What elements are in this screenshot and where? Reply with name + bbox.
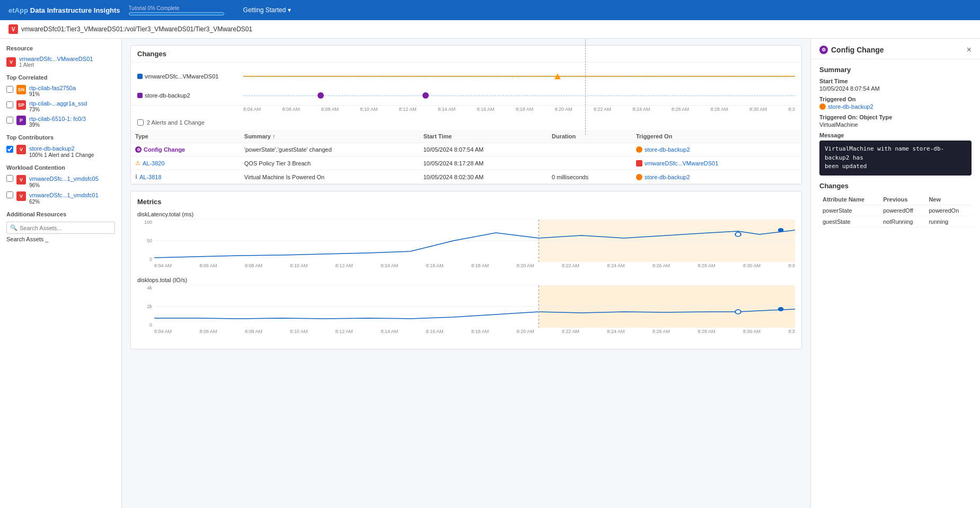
tl-time-7: 8:16 AM (477, 107, 495, 112)
chart2-mid-dot (735, 310, 741, 314)
changes-section-title: Changes (819, 182, 972, 190)
tl-time-2: 8:06 AM (282, 107, 299, 112)
search-assets-container[interactable]: 🔍 (6, 222, 115, 234)
correlated-link-1[interactable]: rtp-cilab-fas2750a (29, 85, 76, 91)
row2-type: ⚠ AL-3820 (131, 156, 240, 170)
close-button[interactable]: × (967, 45, 972, 55)
disk-latency-chart: diskLatency.total (ms) 100 50 0 (137, 211, 795, 268)
alert-orange-cell: ⚠ AL-3820 (135, 160, 236, 167)
tl-time-9: 8:20 AM (555, 107, 572, 112)
correlated-pct-1: 91% (29, 91, 76, 97)
orange-vm-icon-2 (636, 174, 642, 180)
row1-summary: 'powerState','guestState' changed (240, 143, 419, 156)
correlated-item-1: SN rtp-cilab-fas2750a 91% (6, 85, 115, 97)
product-name: Data Infrastructure Insights (30, 6, 120, 14)
triggered-on-value: store-db-backup2 (819, 103, 972, 110)
workload-link-1[interactable]: vmwareDSfc...1_vmdsfc05 (29, 176, 99, 182)
timeline-bar-1 (243, 71, 795, 82)
correlated-link-3[interactable]: rtp-cilab-6510-1: fc0/3 (29, 116, 86, 122)
workload-vm-icon-1: V (16, 175, 26, 185)
tl-purple-icon (137, 93, 143, 98)
workload-checkbox-2[interactable] (6, 191, 13, 198)
table-row: ℹ AL-3818 Virtual Machine Is Powered On … (131, 170, 801, 184)
table-row: ⚠ AL-3820 QOS Policy Tier 3 Breach 10/05… (131, 156, 801, 170)
content-area: Changes vmwareDSfc...VMwareDS01 (122, 39, 810, 508)
changes-section: Changes vmwareDSfc...VMwareDS01 (130, 45, 802, 185)
row3-start: 10/05/2024 8:02:30 AM (419, 170, 548, 184)
correlated-link-2[interactable]: rtp-cilab-...aggr1a_ssd (29, 100, 87, 107)
attr1-new: poweredOn (925, 205, 972, 216)
triggered-on-link[interactable]: store-db-backup2 (819, 103, 972, 110)
timeline-axis: 8:04 AM 8:06 AM 8:08 AM 8:10 AM 8:12 AM … (131, 105, 801, 113)
row1-type: ⚙ Config Change (131, 143, 240, 156)
orange-vm-icon (636, 146, 642, 153)
changes-attr-table: Attribute Name Previous New powerState p… (819, 194, 972, 227)
panel-body: Summary Start Time 10/05/2024 8:07:54 AM… (811, 59, 980, 234)
correlated-checkbox-3[interactable] (6, 117, 13, 124)
col-type: Type (131, 130, 240, 143)
correlated-checkbox-2[interactable] (6, 101, 13, 108)
correlated-item-2: SP rtp-cilab-...aggr1a_ssd 73% (6, 100, 115, 112)
correlated-checkbox-1[interactable] (6, 86, 13, 93)
row1-triggered-link[interactable]: store-db-backup2 (636, 146, 797, 153)
alerts-checkbox[interactable] (137, 119, 144, 126)
search-assets-input[interactable] (20, 225, 111, 231)
summary-section-title: Summary (819, 66, 972, 74)
row1-start: 10/05/2024 8:07:54 AM (419, 143, 548, 156)
circle-marker-2 (422, 92, 429, 99)
resource-name-link[interactable]: vmwareDSfc...VMwareDS01 (19, 56, 93, 62)
config-change-icon: ⚙ (135, 146, 142, 153)
row3-triggered-link[interactable]: store-db-backup2 (636, 174, 797, 180)
row2-triggered-link[interactable]: vmwareDSfc...VMwareDS01 (636, 160, 797, 167)
top-contributors-title: Top Contributors (6, 134, 115, 141)
al-3820-link[interactable]: AL-3820 (143, 160, 165, 167)
row3-type: ℹ AL-3818 (131, 170, 240, 184)
chart2-svg (154, 285, 795, 328)
tl-time-14: 8:30 AM (749, 107, 767, 112)
circle-marker-1 (317, 92, 324, 99)
attr-col-prev: Previous (880, 194, 925, 205)
tl-time-15: 8:3 (788, 107, 795, 112)
chevron-down-icon: ▾ (288, 6, 291, 14)
chart1-area (154, 220, 795, 262)
workload-checkbox-1[interactable] (6, 175, 13, 182)
tl-row2-text: store-db-backup2 (145, 92, 190, 99)
workload-link-2[interactable]: vmwareDSfc...1_vmdsfc01 (29, 192, 99, 198)
tl-time-1: 8:04 AM (243, 107, 261, 112)
table-row: ⚙ Config Change 'powerState','guestState… (131, 143, 801, 156)
right-panel: ⚙ Config Change × Summary Start Time 10/… (810, 39, 980, 508)
tl-row1-text: vmwareDSfc...VMwareDS01 (145, 73, 218, 80)
tl-time-6: 8:14 AM (438, 107, 455, 112)
tl-time-4: 8:10 AM (360, 107, 377, 112)
workload-pct-1: 96% (29, 182, 99, 188)
alert-gray-cell: ℹ AL-3818 (135, 173, 236, 180)
getting-started-button[interactable]: Getting Started ▾ (243, 6, 292, 14)
progress-bar-outer (129, 12, 224, 15)
contributor-checkbox-1[interactable] (6, 146, 13, 153)
tl-blue-dashed (243, 76, 795, 77)
correlated-pr-icon: P (16, 116, 26, 125)
message-label: Message (819, 132, 972, 138)
contributor-link-1[interactable]: store-db-backup2 (29, 145, 75, 152)
top-nav: etApp Data Infrastructure Insights Tutor… (0, 0, 980, 20)
resource-item: V vmwareDSfc...VMwareDS01 1 Alert (6, 56, 115, 68)
dashed-vertical-line (585, 39, 586, 135)
col-duration: Duration (548, 130, 632, 143)
attr-row-2: guestState notRunning running (819, 216, 972, 227)
tl-time-3: 8:08 AM (321, 107, 339, 112)
chart2-end-dot (778, 307, 784, 311)
tl-time-11: 8:24 AM (633, 107, 650, 112)
breadcrumb-vm-icon: V (8, 24, 18, 34)
chart2-y-axis: 4k 2k 0 (137, 285, 152, 328)
config-change-cell: ⚙ Config Change (135, 146, 236, 153)
panel-header: ⚙ Config Change × (811, 39, 980, 59)
correlated-pct-2: 73% (29, 107, 87, 112)
tl-blue-icon (137, 74, 143, 79)
col-start-time: Start Time (419, 130, 548, 143)
resource-vm-icon: V (6, 57, 16, 67)
al-3818-link[interactable]: AL-3818 (139, 174, 162, 180)
row2-duration (548, 156, 632, 170)
resource-alert-text: 1 Alert (19, 62, 93, 68)
changes-title: Changes (137, 50, 166, 58)
chart2-x-labels: 8:04 AM8:06 AM8:08 AM8:10 AM8:12 AM8:14 … (137, 329, 795, 334)
